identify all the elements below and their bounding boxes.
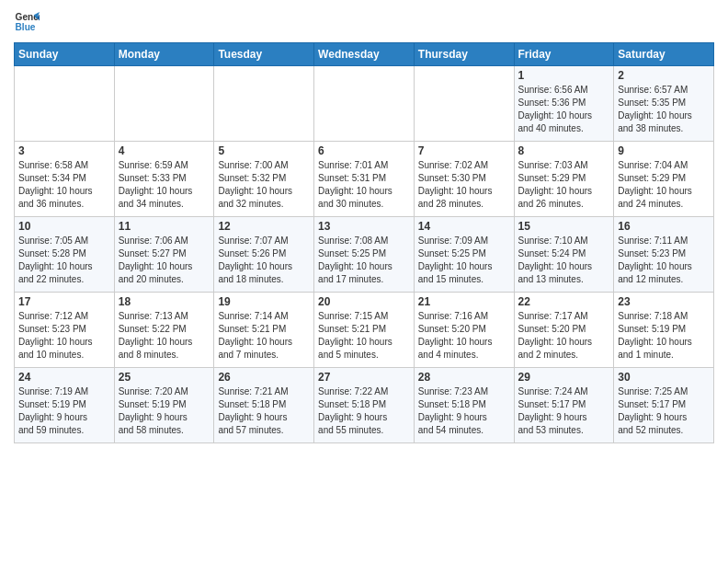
day-info: Sunrise: 7:10 AM Sunset: 5:24 PM Dayligh… <box>518 235 610 286</box>
weekday-header-row: SundayMondayTuesdayWednesdayThursdayFrid… <box>15 43 714 66</box>
weekday-monday: Monday <box>114 43 214 66</box>
day-number: 5 <box>218 144 310 157</box>
day-number: 27 <box>318 371 410 384</box>
week-row-3: 10Sunrise: 7:05 AM Sunset: 5:28 PM Dayli… <box>15 217 714 293</box>
calendar-cell: 13Sunrise: 7:08 AM Sunset: 5:25 PM Dayli… <box>314 217 415 293</box>
day-number: 29 <box>518 371 610 384</box>
logo-icon: General Blue <box>14 9 40 35</box>
calendar-cell: 11Sunrise: 7:06 AM Sunset: 5:27 PM Dayli… <box>114 217 214 293</box>
calendar-cell: 15Sunrise: 7:10 AM Sunset: 5:24 PM Dayli… <box>514 217 614 293</box>
calendar-cell <box>15 66 115 142</box>
week-row-4: 17Sunrise: 7:12 AM Sunset: 5:23 PM Dayli… <box>15 293 714 368</box>
day-number: 19 <box>218 295 310 308</box>
weekday-sunday: Sunday <box>15 43 115 66</box>
calendar-cell: 28Sunrise: 7:23 AM Sunset: 5:18 PM Dayli… <box>414 368 514 443</box>
day-number: 6 <box>318 144 410 157</box>
day-info: Sunrise: 7:04 AM Sunset: 5:29 PM Dayligh… <box>618 159 710 211</box>
calendar-cell <box>414 66 514 142</box>
day-number: 12 <box>218 220 310 233</box>
day-info: Sunrise: 7:09 AM Sunset: 5:25 PM Dayligh… <box>418 235 510 286</box>
calendar-cell: 3Sunrise: 6:58 AM Sunset: 5:34 PM Daylig… <box>15 142 115 217</box>
calendar-cell: 8Sunrise: 7:03 AM Sunset: 5:29 PM Daylig… <box>514 142 614 217</box>
day-info: Sunrise: 7:12 AM Sunset: 5:23 PM Dayligh… <box>18 310 110 362</box>
calendar-cell: 25Sunrise: 7:20 AM Sunset: 5:19 PM Dayli… <box>114 368 214 443</box>
day-number: 1 <box>518 69 610 82</box>
calendar-cell: 9Sunrise: 7:04 AM Sunset: 5:29 PM Daylig… <box>614 142 714 217</box>
svg-text:Blue: Blue <box>16 22 36 32</box>
week-row-1: 1Sunrise: 6:56 AM Sunset: 5:36 PM Daylig… <box>15 66 714 142</box>
page: General Blue SundayMondayTuesdayWednesda… <box>0 0 728 457</box>
day-number: 22 <box>518 295 610 308</box>
day-info: Sunrise: 7:20 AM Sunset: 5:19 PM Dayligh… <box>119 385 210 437</box>
calendar-cell <box>314 66 415 142</box>
day-number: 15 <box>518 220 610 233</box>
calendar-cell: 23Sunrise: 7:18 AM Sunset: 5:19 PM Dayli… <box>614 293 714 368</box>
day-info: Sunrise: 7:11 AM Sunset: 5:23 PM Dayligh… <box>618 235 710 286</box>
calendar-cell: 26Sunrise: 7:21 AM Sunset: 5:18 PM Dayli… <box>214 368 314 443</box>
day-number: 26 <box>218 371 310 384</box>
day-number: 17 <box>18 295 110 308</box>
day-number: 21 <box>418 295 510 308</box>
calendar-cell: 16Sunrise: 7:11 AM Sunset: 5:23 PM Dayli… <box>614 217 714 293</box>
calendar-cell: 12Sunrise: 7:07 AM Sunset: 5:26 PM Dayli… <box>214 217 314 293</box>
calendar-cell: 5Sunrise: 7:00 AM Sunset: 5:32 PM Daylig… <box>214 142 314 217</box>
day-info: Sunrise: 7:01 AM Sunset: 5:31 PM Dayligh… <box>318 159 410 211</box>
day-info: Sunrise: 7:14 AM Sunset: 5:21 PM Dayligh… <box>218 310 310 362</box>
calendar-cell: 2Sunrise: 6:57 AM Sunset: 5:35 PM Daylig… <box>614 66 714 142</box>
day-number: 3 <box>18 144 110 157</box>
day-number: 20 <box>318 295 410 308</box>
day-info: Sunrise: 7:25 AM Sunset: 5:17 PM Dayligh… <box>618 385 710 437</box>
day-number: 2 <box>618 69 710 82</box>
calendar-cell: 4Sunrise: 6:59 AM Sunset: 5:33 PM Daylig… <box>114 142 214 217</box>
weekday-thursday: Thursday <box>414 43 514 66</box>
day-number: 10 <box>18 220 110 233</box>
calendar-cell <box>214 66 314 142</box>
week-row-2: 3Sunrise: 6:58 AM Sunset: 5:34 PM Daylig… <box>15 142 714 217</box>
day-number: 7 <box>418 144 510 157</box>
calendar-cell: 18Sunrise: 7:13 AM Sunset: 5:22 PM Dayli… <box>114 293 214 368</box>
weekday-friday: Friday <box>514 43 614 66</box>
calendar-cell: 7Sunrise: 7:02 AM Sunset: 5:30 PM Daylig… <box>414 142 514 217</box>
day-number: 30 <box>618 371 710 384</box>
day-number: 13 <box>318 220 410 233</box>
logo: General Blue <box>14 9 40 35</box>
calendar-cell: 27Sunrise: 7:22 AM Sunset: 5:18 PM Dayli… <box>314 368 415 443</box>
day-number: 18 <box>119 295 210 308</box>
calendar-cell: 19Sunrise: 7:14 AM Sunset: 5:21 PM Dayli… <box>214 293 314 368</box>
day-info: Sunrise: 6:57 AM Sunset: 5:35 PM Dayligh… <box>618 84 710 135</box>
calendar-cell: 29Sunrise: 7:24 AM Sunset: 5:17 PM Dayli… <box>514 368 614 443</box>
day-number: 8 <box>518 144 610 157</box>
calendar-cell: 1Sunrise: 6:56 AM Sunset: 5:36 PM Daylig… <box>514 66 614 142</box>
weekday-saturday: Saturday <box>614 43 714 66</box>
day-number: 11 <box>119 220 210 233</box>
calendar-table: SundayMondayTuesdayWednesdayThursdayFrid… <box>14 42 714 443</box>
calendar-cell: 10Sunrise: 7:05 AM Sunset: 5:28 PM Dayli… <box>15 217 115 293</box>
calendar-cell: 30Sunrise: 7:25 AM Sunset: 5:17 PM Dayli… <box>614 368 714 443</box>
weekday-wednesday: Wednesday <box>314 43 415 66</box>
day-info: Sunrise: 7:18 AM Sunset: 5:19 PM Dayligh… <box>618 310 710 362</box>
day-number: 24 <box>18 371 110 384</box>
day-info: Sunrise: 6:56 AM Sunset: 5:36 PM Dayligh… <box>518 84 610 135</box>
day-info: Sunrise: 7:21 AM Sunset: 5:18 PM Dayligh… <box>218 385 310 437</box>
day-number: 25 <box>119 371 210 384</box>
calendar-cell: 6Sunrise: 7:01 AM Sunset: 5:31 PM Daylig… <box>314 142 415 217</box>
calendar-cell: 20Sunrise: 7:15 AM Sunset: 5:21 PM Dayli… <box>314 293 415 368</box>
day-info: Sunrise: 7:13 AM Sunset: 5:22 PM Dayligh… <box>119 310 210 362</box>
day-number: 4 <box>119 144 210 157</box>
calendar-cell <box>114 66 214 142</box>
day-info: Sunrise: 7:07 AM Sunset: 5:26 PM Dayligh… <box>218 235 310 286</box>
day-info: Sunrise: 6:59 AM Sunset: 5:33 PM Dayligh… <box>119 159 210 211</box>
day-info: Sunrise: 7:16 AM Sunset: 5:20 PM Dayligh… <box>418 310 510 362</box>
calendar-cell: 17Sunrise: 7:12 AM Sunset: 5:23 PM Dayli… <box>15 293 115 368</box>
day-info: Sunrise: 7:22 AM Sunset: 5:18 PM Dayligh… <box>318 385 410 437</box>
day-number: 16 <box>618 220 710 233</box>
day-info: Sunrise: 7:17 AM Sunset: 5:20 PM Dayligh… <box>518 310 610 362</box>
calendar-cell: 22Sunrise: 7:17 AM Sunset: 5:20 PM Dayli… <box>514 293 614 368</box>
day-info: Sunrise: 7:02 AM Sunset: 5:30 PM Dayligh… <box>418 159 510 211</box>
day-info: Sunrise: 7:03 AM Sunset: 5:29 PM Dayligh… <box>518 159 610 211</box>
weekday-tuesday: Tuesday <box>214 43 314 66</box>
day-info: Sunrise: 7:15 AM Sunset: 5:21 PM Dayligh… <box>318 310 410 362</box>
calendar-cell: 24Sunrise: 7:19 AM Sunset: 5:19 PM Dayli… <box>15 368 115 443</box>
calendar-cell: 21Sunrise: 7:16 AM Sunset: 5:20 PM Dayli… <box>414 293 514 368</box>
day-number: 14 <box>418 220 510 233</box>
